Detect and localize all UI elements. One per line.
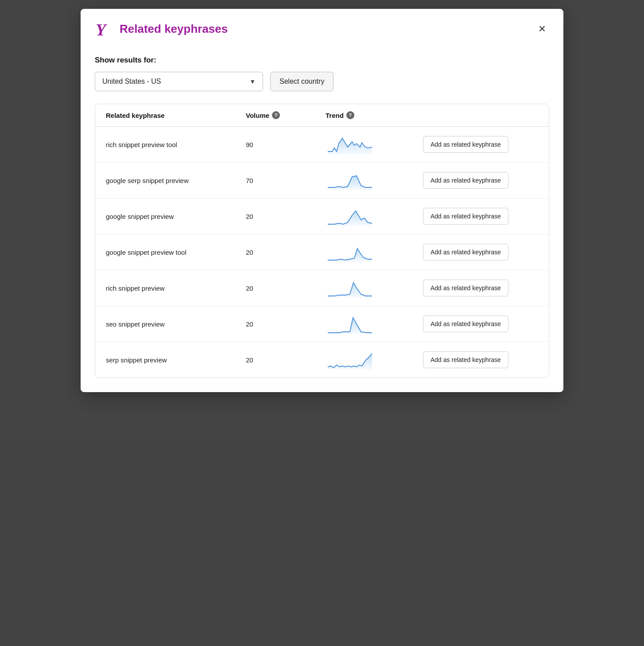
modal-title-group: Y Related keyphrases [95, 19, 228, 38]
action-cell: Add as related keyphrase [423, 208, 538, 225]
yoast-logo-icon: Y [95, 19, 113, 38]
action-cell: Add as related keyphrase [423, 136, 538, 153]
action-cell: Add as related keyphrase [423, 172, 538, 189]
add-keyphrase-button[interactable]: Add as related keyphrase [423, 315, 508, 332]
country-select-value: United States - US [102, 78, 161, 86]
table-row: google serp snippet preview 70 [95, 163, 549, 198]
add-keyphrase-button[interactable]: Add as related keyphrase [423, 172, 508, 189]
action-cell: Add as related keyphrase [423, 351, 538, 368]
keyphrase-cell: rich snippet preview tool [106, 141, 246, 148]
keyphrases-table: Related keyphrase Volume ? Trend ? rich … [95, 104, 549, 378]
trend-cell [326, 242, 423, 262]
filter-row: United States - US ▼ Select country [95, 72, 549, 91]
trend-chart-icon [326, 314, 374, 334]
table-row: google snippet preview 20 [95, 198, 549, 234]
select-country-button[interactable]: Select country [270, 72, 334, 91]
action-cell: Add as related keyphrase [423, 280, 538, 296]
trend-cell [326, 206, 423, 226]
volume-info-icon[interactable]: ? [272, 111, 280, 119]
volume-cell: 20 [246, 213, 326, 220]
add-keyphrase-button[interactable]: Add as related keyphrase [423, 280, 508, 296]
modal-title: Related keyphrases [120, 22, 228, 36]
trend-chart-icon [326, 171, 374, 190]
col-header-action [423, 111, 538, 119]
country-select-dropdown[interactable]: United States - US ▼ [95, 72, 263, 91]
table-row: seo snippet preview 20 [95, 306, 549, 342]
trend-cell [326, 350, 423, 370]
table-row: serp snippet preview 20 [95, 342, 549, 377]
keyphrase-cell: rich snippet preview [106, 284, 246, 292]
trend-chart-icon [326, 135, 374, 154]
chevron-down-icon: ▼ [249, 78, 256, 85]
volume-cell: 20 [246, 249, 326, 256]
add-keyphrase-button[interactable]: Add as related keyphrase [423, 136, 508, 153]
show-results-label: Show results for: [95, 56, 549, 65]
trend-cell [326, 171, 423, 190]
modal: Y Related keyphrases × Show results for:… [81, 9, 563, 392]
trend-cell [326, 135, 423, 154]
trend-info-icon[interactable]: ? [346, 111, 354, 119]
add-keyphrase-button[interactable]: Add as related keyphrase [423, 351, 508, 368]
close-button[interactable]: × [535, 21, 549, 37]
volume-cell: 20 [246, 356, 326, 364]
trend-chart-icon [326, 242, 374, 262]
trend-chart-icon [326, 278, 374, 298]
trend-cell [326, 278, 423, 298]
keyphrase-cell: serp snippet preview [106, 356, 246, 364]
add-keyphrase-button[interactable]: Add as related keyphrase [423, 244, 508, 261]
volume-cell: 90 [246, 141, 326, 148]
volume-cell: 20 [246, 284, 326, 292]
table-header: Related keyphrase Volume ? Trend ? [95, 104, 549, 127]
keyphrase-cell: google serp snippet preview [106, 177, 246, 184]
keyphrase-cell: seo snippet preview [106, 320, 246, 328]
trend-chart-icon [326, 350, 374, 370]
modal-body: Show results for: United States - US ▼ S… [81, 47, 563, 392]
col-header-trend: Trend ? [326, 111, 423, 119]
volume-cell: 20 [246, 320, 326, 328]
action-cell: Add as related keyphrase [423, 244, 538, 261]
table-row: rich snippet preview tool 90 [95, 127, 549, 163]
svg-text:Y: Y [96, 20, 108, 38]
modal-header: Y Related keyphrases × [81, 9, 563, 47]
col-header-volume: Volume ? [246, 111, 326, 119]
volume-cell: 70 [246, 177, 326, 184]
modal-overlay: Y Related keyphrases × Show results for:… [0, 0, 644, 646]
col-header-keyphrase: Related keyphrase [106, 111, 246, 119]
keyphrase-cell: google snippet preview tool [106, 249, 246, 256]
table-row: google snippet preview tool 20 [95, 234, 549, 270]
action-cell: Add as related keyphrase [423, 315, 538, 332]
add-keyphrase-button[interactable]: Add as related keyphrase [423, 208, 508, 225]
table-row: rich snippet preview 20 [95, 270, 549, 306]
close-icon: × [539, 22, 546, 35]
trend-chart-icon [326, 206, 374, 226]
keyphrase-cell: google snippet preview [106, 213, 246, 220]
trend-cell [326, 314, 423, 334]
